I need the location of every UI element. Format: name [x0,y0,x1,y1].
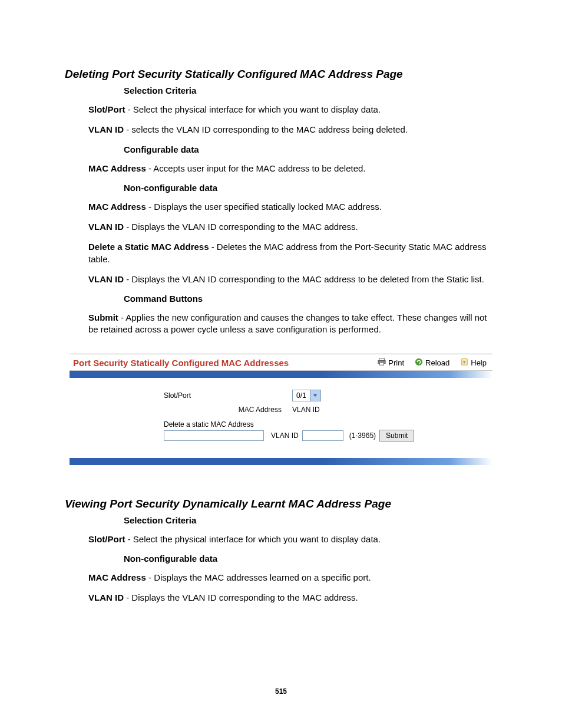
vlan-id-range: (1-3965) [349,431,376,440]
section1-heading: Deleting Port Security Statically Config… [65,68,497,81]
print-label: Print [388,358,404,367]
text-submit: - Applies the new configuration and caus… [88,312,487,334]
help-button[interactable]: ? Help [460,358,487,368]
para-delete-static: Delete a Static MAC Address - Deletes th… [88,241,497,265]
para-submit: Submit - Applies the new configuration a… [88,312,497,336]
para-vlan-2: VLAN ID - Displays the VLAN ID correspon… [88,592,497,604]
para-mac-nc: MAC Address - Displays the user specifie… [88,201,497,213]
subheading-nonconfig-data: Non-configurable data [124,183,497,193]
para-mac-cfg: MAC Address - Accepts user input for the… [88,163,497,174]
para-vlan-del: VLAN ID - Displays the VLAN ID correspon… [88,274,497,285]
text-vlan-id-sel: - selects the VLAN ID corresponding to t… [124,124,408,134]
row-slot-port: Slot/Port 0/1 [164,390,487,401]
text-vlan-del: - Displays the VLAN ID corresponding to … [124,274,484,284]
subheading-nonconfig-2: Non-configurable data [124,554,497,564]
mac-address-input[interactable] [164,430,264,441]
svg-rect-0 [379,358,385,360]
subheading-configurable-data: Configurable data [124,144,497,154]
subheading-selection-criteria: Selection Criteria [124,85,497,95]
label-vlan-nc: VLAN ID [88,222,124,232]
subheading-selection-criteria-2: Selection Criteria [124,515,497,525]
vlan-id-label-1: VLAN ID [292,406,320,414]
text-slot-port-2: - Select the physical interface for whic… [125,534,381,544]
para-slot-port-2: Slot/Port - Select the physical interfac… [88,533,497,545]
row-mac-vlan: MAC Address VLAN ID [164,404,487,416]
mac-address-label: MAC Address [164,406,292,414]
slot-port-label: Slot/Port [164,391,292,400]
label-submit: Submit [88,312,118,322]
vlan-id-label-2: VLAN ID [271,431,299,440]
label-vlan-2: VLAN ID [88,592,124,602]
delete-static-label: Delete a static MAC Address [164,420,487,429]
panel-toolbar: Print Reload ? Help [378,358,487,368]
text-mac-cfg: - Accepts user input for the MAC address… [146,163,366,173]
para-vlan-nc: VLAN ID - Displays the VLAN ID correspon… [88,221,497,233]
label-delete-static: Delete a Static MAC Address [88,242,209,252]
para-slot-port: Slot/Port - Select the physical interfac… [88,104,497,116]
svg-text:?: ? [463,359,466,364]
para-mac-2: MAC Address - Displays the MAC addresses… [88,572,497,584]
slot-port-value: 0/1 [293,391,310,400]
label-mac-2: MAC Address [88,572,146,582]
reload-button[interactable]: Reload [415,358,449,368]
submit-button[interactable]: Submit [379,430,414,442]
section2-heading: Viewing Port Security Dynamically Learnt… [65,498,497,510]
row-delete-input: VLAN ID (1-3965) Submit [164,430,487,442]
svg-point-3 [415,358,422,365]
label-vlan-del: VLAN ID [88,274,124,284]
slot-port-select[interactable]: 0/1 [292,390,321,401]
panel-header: Port Security Statically Configured MAC … [70,354,492,371]
svg-rect-2 [380,362,384,364]
help-label: Help [471,358,487,367]
panel-bottom-bar [70,458,492,465]
label-mac-cfg: MAC Address [88,163,146,173]
page-number: 515 [0,687,562,696]
print-button[interactable]: Print [378,358,404,368]
text-slot-port: - Select the physical interface for whic… [125,104,381,114]
label-vlan-id-sel: VLAN ID [88,124,124,134]
panel-title: Port Security Statically Configured MAC … [73,358,378,368]
text-mac-2: - Displays the MAC addresses learned on … [146,572,371,582]
label-mac-nc: MAC Address [88,202,146,212]
panel-body: Slot/Port 0/1 MAC Address VLAN ID Delete… [70,378,492,458]
label-slot-port-2: Slot/Port [88,534,125,544]
vlan-id-input[interactable] [302,430,343,441]
text-mac-nc: - Displays the user specified statically… [146,202,382,212]
help-icon: ? [460,358,468,368]
printer-icon [378,358,386,368]
label-slot-port: Slot/Port [88,104,125,114]
chevron-down-icon [310,390,320,401]
reload-label: Reload [425,358,449,367]
config-panel: Port Security Statically Configured MAC … [70,354,492,465]
text-vlan-nc: - Displays the VLAN ID corresponding to … [124,222,358,232]
reload-icon [415,358,423,368]
subheading-command-buttons: Command Buttons [124,294,497,304]
para-vlan-id-sel: VLAN ID - selects the VLAN ID correspond… [88,124,497,136]
panel-top-bar [70,371,492,378]
text-vlan-2: - Displays the VLAN ID corresponding to … [124,592,358,602]
